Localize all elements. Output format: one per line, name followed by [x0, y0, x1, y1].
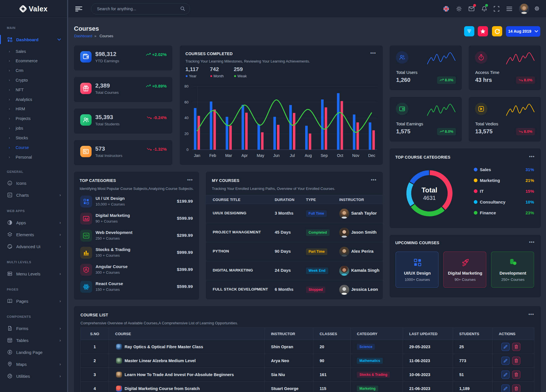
svg-text:Ad: Ad — [84, 217, 88, 221]
